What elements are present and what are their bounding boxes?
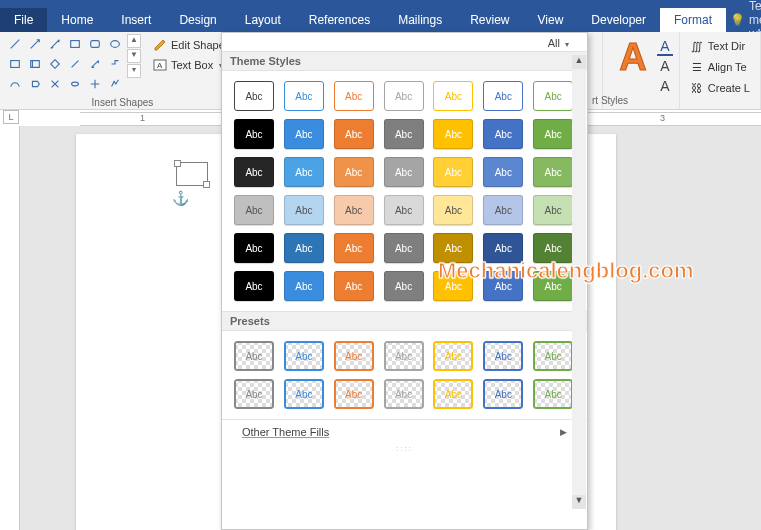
- style-swatch[interactable]: Abc: [533, 341, 573, 371]
- style-swatch[interactable]: Abc: [334, 119, 374, 149]
- style-swatch[interactable]: Abc: [234, 233, 274, 263]
- tab-insert[interactable]: Insert: [107, 8, 165, 32]
- style-swatch[interactable]: Abc: [334, 233, 374, 263]
- style-swatch[interactable]: Abc: [384, 81, 424, 111]
- shape-option[interactable]: [6, 77, 24, 91]
- text-fill-button[interactable]: A: [657, 38, 673, 56]
- style-swatch[interactable]: Abc: [284, 379, 324, 409]
- style-swatch[interactable]: Abc: [483, 195, 523, 225]
- tab-format[interactable]: Format: [660, 8, 726, 32]
- shapes-gallery[interactable]: [6, 34, 124, 95]
- style-swatch[interactable]: Abc: [284, 157, 324, 187]
- shape-option[interactable]: [66, 37, 84, 51]
- text-outline-button[interactable]: A: [657, 58, 673, 76]
- style-swatch[interactable]: Abc: [284, 271, 324, 301]
- style-swatch[interactable]: Abc: [234, 119, 274, 149]
- tab-layout[interactable]: Layout: [231, 8, 295, 32]
- style-swatch[interactable]: Abc: [284, 341, 324, 371]
- style-swatch[interactable]: Abc: [483, 81, 523, 111]
- all-filter-button[interactable]: All ▾: [548, 37, 569, 49]
- style-swatch[interactable]: Abc: [234, 379, 274, 409]
- scroll-up-icon[interactable]: ▲: [572, 55, 586, 69]
- shape-option[interactable]: [66, 57, 84, 71]
- style-swatch[interactable]: Abc: [334, 81, 374, 111]
- style-swatch[interactable]: Abc: [384, 119, 424, 149]
- shape-styles-label-cut: rt Styles: [592, 95, 628, 106]
- style-swatch[interactable]: Abc: [234, 341, 274, 371]
- style-swatch[interactable]: Abc: [334, 195, 374, 225]
- shapes-gallery-scroll[interactable]: ▲ ▼ ▾: [127, 34, 141, 95]
- style-swatch[interactable]: Abc: [284, 195, 324, 225]
- shape-option[interactable]: [26, 57, 44, 71]
- shape-option[interactable]: [86, 37, 104, 51]
- style-swatch[interactable]: Abc: [234, 81, 274, 111]
- resize-grip[interactable]: ::::: [222, 444, 587, 452]
- style-swatch[interactable]: Abc: [433, 119, 473, 149]
- style-swatch[interactable]: Abc: [234, 157, 274, 187]
- tab-references[interactable]: References: [295, 8, 384, 32]
- style-swatch[interactable]: Abc: [533, 81, 573, 111]
- style-swatch[interactable]: Abc: [483, 379, 523, 409]
- style-swatch[interactable]: Abc: [433, 195, 473, 225]
- shape-option[interactable]: [66, 77, 84, 91]
- style-swatch[interactable]: Abc: [433, 341, 473, 371]
- style-swatch[interactable]: Abc: [334, 271, 374, 301]
- tab-file[interactable]: File: [0, 8, 47, 32]
- shape-option[interactable]: [46, 77, 64, 91]
- style-swatch[interactable]: Abc: [433, 379, 473, 409]
- tab-mailings[interactable]: Mailings: [384, 8, 456, 32]
- vertical-ruler[interactable]: [0, 126, 20, 530]
- style-swatch[interactable]: Abc: [234, 195, 274, 225]
- shape-option[interactable]: [106, 37, 124, 51]
- tab-developer[interactable]: Developer: [577, 8, 660, 32]
- style-swatch[interactable]: Abc: [284, 119, 324, 149]
- style-swatch[interactable]: Abc: [384, 157, 424, 187]
- shape-option[interactable]: [26, 77, 44, 91]
- style-swatch[interactable]: Abc: [334, 379, 374, 409]
- text-effects-button[interactable]: A: [657, 78, 673, 96]
- selected-shape[interactable]: [176, 162, 208, 186]
- shape-option[interactable]: [86, 77, 104, 91]
- shape-option[interactable]: [46, 57, 64, 71]
- style-swatch[interactable]: Abc: [533, 157, 573, 187]
- tab-review[interactable]: Review: [456, 8, 523, 32]
- style-swatch[interactable]: Abc: [533, 195, 573, 225]
- style-swatch[interactable]: Abc: [234, 271, 274, 301]
- style-swatch[interactable]: Abc: [334, 341, 374, 371]
- scroll-down-icon[interactable]: ▼: [127, 49, 141, 63]
- style-swatch[interactable]: Abc: [533, 379, 573, 409]
- tab-home[interactable]: Home: [47, 8, 107, 32]
- style-swatch[interactable]: Abc: [483, 119, 523, 149]
- style-swatch[interactable]: Abc: [483, 341, 523, 371]
- shape-option[interactable]: [6, 57, 24, 71]
- style-swatch[interactable]: Abc: [384, 195, 424, 225]
- style-swatch[interactable]: Abc: [533, 119, 573, 149]
- tab-view[interactable]: View: [524, 8, 578, 32]
- style-swatch[interactable]: Abc: [334, 157, 374, 187]
- tab-design[interactable]: Design: [165, 8, 230, 32]
- shape-option[interactable]: [6, 37, 24, 51]
- shape-option[interactable]: [86, 57, 104, 71]
- style-swatch[interactable]: Abc: [483, 157, 523, 187]
- style-swatch[interactable]: Abc: [284, 81, 324, 111]
- style-swatch[interactable]: Abc: [433, 157, 473, 187]
- shape-option[interactable]: [106, 57, 124, 71]
- shape-option[interactable]: [46, 37, 64, 51]
- tell-me-button[interactable]: 💡Tell me wh: [730, 8, 761, 32]
- style-swatch[interactable]: Abc: [384, 271, 424, 301]
- style-swatch[interactable]: Abc: [384, 341, 424, 371]
- style-swatch[interactable]: Abc: [384, 379, 424, 409]
- shape-option[interactable]: [26, 37, 44, 51]
- style-swatch[interactable]: Abc: [284, 233, 324, 263]
- wordart-styles-button[interactable]: A: [609, 34, 656, 79]
- style-swatch[interactable]: Abc: [433, 81, 473, 111]
- shape-option[interactable]: [106, 77, 124, 91]
- create-link-button[interactable]: ⛓ Create L: [686, 79, 754, 97]
- scroll-up-icon[interactable]: ▲: [127, 34, 141, 48]
- text-direction-button[interactable]: ∭ Text Dir: [686, 37, 754, 55]
- gallery-expand-icon[interactable]: ▾: [127, 64, 141, 78]
- other-theme-fills-menu[interactable]: Other Theme Fills ▶: [222, 419, 587, 444]
- scroll-down-icon[interactable]: ▼: [572, 495, 586, 509]
- style-swatch[interactable]: Abc: [384, 233, 424, 263]
- align-text-button[interactable]: ☰ Align Te: [686, 58, 754, 76]
